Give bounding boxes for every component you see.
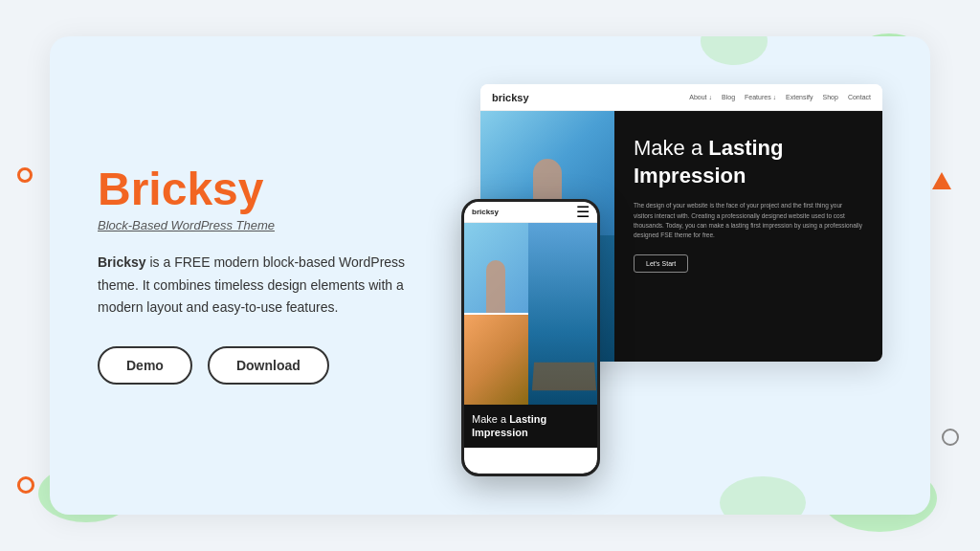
nav-link-contact[interactable]: Contact [848, 94, 871, 100]
mobile-nav-brand: bricksy [472, 208, 499, 216]
brand-title: Bricksy [98, 166, 423, 212]
brand-subtitle: Block-Based WordPress Theme [98, 218, 423, 232]
button-group: Demo Download [98, 346, 423, 385]
card-deco-bottom [720, 476, 806, 515]
deco-circle-right [942, 429, 959, 446]
desktop-hero-heading-normal: Make a [634, 136, 708, 160]
nav-link-features[interactable]: Features ↓ [745, 94, 776, 100]
mobile-mockup: bricksy ☰ Make a Lasting Impression [461, 199, 600, 476]
mobile-hero-heading-normal: Make a [472, 413, 509, 425]
left-content: Bricksy Block-Based WordPress Theme Bric… [98, 166, 423, 385]
desktop-nav-brand: bricksy [492, 92, 529, 103]
mobile-image-kayak [464, 315, 528, 405]
nav-link-blog[interactable]: Blog [722, 94, 735, 100]
desktop-hero-body: The design of your website is the face o… [634, 201, 863, 241]
mobile-hero-images [464, 223, 597, 405]
deco-circle-left-top [17, 167, 33, 183]
nav-link-extensify[interactable]: Extensify [786, 94, 813, 100]
desktop-hero-text: Make a Lasting Impression The design of … [614, 111, 882, 362]
deco-circle-left-bottom [17, 476, 34, 494]
right-content: bricksy About ↓ Blog Features ↓ Extensif… [442, 75, 882, 476]
mobile-hero-text: Make a Lasting Impression [464, 405, 597, 448]
mobile-screen: bricksy ☰ Make a Lasting Impression [464, 202, 597, 474]
mobile-nav: bricksy ☰ [464, 202, 597, 223]
mobile-hero-heading: Make a Lasting Impression [472, 412, 590, 440]
desktop-nav-links: About ↓ Blog Features ↓ Extensify Shop C… [689, 94, 871, 100]
description-brand: Bricksy [98, 254, 146, 270]
desktop-nav: bricksy About ↓ Blog Features ↓ Extensif… [480, 84, 882, 111]
nav-link-shop[interactable]: Shop [823, 94, 838, 100]
mobile-image-pier [528, 223, 597, 405]
mobile-menu-icon[interactable]: ☰ [576, 203, 590, 221]
download-button[interactable]: Download [208, 346, 329, 385]
mobile-col-1 [464, 223, 528, 405]
mobile-image-beach [464, 223, 528, 313]
card-deco-top [701, 36, 768, 65]
deco-triangle-orange [932, 172, 951, 189]
description: Bricksy is a FREE modern block-based Wor… [98, 252, 423, 320]
hero-cta-button[interactable]: Let's Start [634, 254, 688, 273]
nav-link-about[interactable]: About ↓ [689, 94, 712, 100]
desktop-hero-heading: Make a Lasting Impression [634, 135, 863, 189]
main-card: Bricksy Block-Based WordPress Theme Bric… [50, 36, 930, 515]
demo-button[interactable]: Demo [98, 346, 192, 385]
